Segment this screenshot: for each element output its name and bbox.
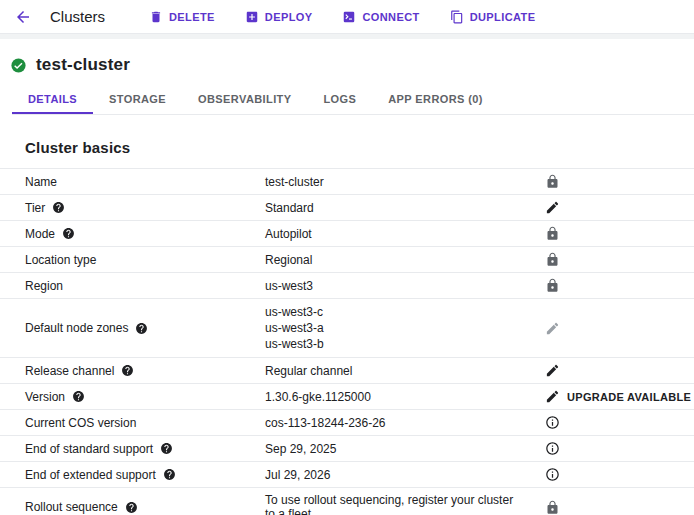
- row-label: Version: [25, 390, 65, 404]
- row-label: Mode: [25, 227, 55, 241]
- section-title: Cluster basics: [25, 139, 694, 156]
- row-value: To use rollout sequencing, register your…: [265, 493, 515, 515]
- row-value-line: us-west3-a: [265, 320, 515, 336]
- action-label: DUPLICATE: [470, 11, 536, 23]
- edit-icon[interactable]: [545, 389, 560, 404]
- table-row: Release channelRegular channel: [0, 357, 694, 383]
- cluster-title-row: test-cluster: [0, 39, 694, 85]
- row-label: End of standard support: [25, 442, 153, 456]
- help-icon[interactable]: [72, 390, 85, 403]
- row-value: test-cluster: [265, 175, 515, 189]
- info-icon: [545, 441, 560, 456]
- row-label: Tier: [25, 201, 45, 215]
- table-row: Version1.30.6-gke.1125000UPGRADE AVAILAB…: [0, 383, 694, 409]
- duplicate-icon: [450, 10, 464, 24]
- table-row: ModeAutopilot: [0, 220, 694, 246]
- table-row: TierStandard: [0, 194, 694, 220]
- status-ok-icon: [10, 57, 27, 74]
- table-row: Current COS versioncos-113-18244-236-26: [0, 409, 694, 435]
- row-label: Location type: [25, 253, 96, 267]
- cluster-name: test-cluster: [36, 55, 130, 75]
- help-icon[interactable]: [125, 501, 138, 514]
- help-icon[interactable]: [62, 227, 75, 240]
- help-icon[interactable]: [160, 442, 173, 455]
- tab-app-errors-0[interactable]: APP ERRORS (0): [372, 85, 499, 114]
- table-row: End of standard supportSep 29, 2025: [0, 435, 694, 461]
- lock-icon: [545, 252, 560, 267]
- row-value: Autopilot: [265, 227, 515, 241]
- delete-icon: [149, 10, 163, 24]
- row-value: 1.30.6-gke.1125000: [265, 390, 515, 404]
- tab-logs[interactable]: LOGS: [307, 85, 372, 114]
- row-value: Sep 29, 2025: [265, 442, 515, 456]
- info-icon: [545, 467, 560, 482]
- row-value: Regional: [265, 253, 515, 267]
- help-icon[interactable]: [135, 322, 148, 335]
- cluster-basics-table: Nametest-clusterTierStandardModeAutopilo…: [0, 168, 694, 515]
- row-label: End of extended support: [25, 468, 156, 482]
- table-row: Location typeRegional: [0, 246, 694, 272]
- tab-bar: DETAILSSTORAGEOBSERVABILITYLOGSAPP ERROR…: [12, 85, 694, 115]
- tab-observability[interactable]: OBSERVABILITY: [182, 85, 307, 114]
- row-label: Region: [25, 279, 63, 293]
- tab-storage[interactable]: STORAGE: [93, 85, 182, 114]
- row-label: Name: [25, 175, 57, 189]
- row-value: cos-113-18244-236-26: [265, 416, 515, 430]
- table-row: End of extended supportJul 29, 2026: [0, 461, 694, 487]
- lock-icon: [545, 226, 560, 241]
- table-row: Default node zonesus-west3-cus-west3-aus…: [0, 298, 694, 357]
- row-value: us-west3-cus-west3-aus-west3-b: [265, 304, 515, 352]
- tab-details[interactable]: DETAILS: [12, 85, 93, 114]
- toolbar: DELETEDEPLOYCONNECTDUPLICATE: [141, 6, 557, 28]
- action-label: DEPLOY: [265, 11, 313, 23]
- row-label: Rollout sequence: [25, 500, 118, 514]
- upgrade-available-label[interactable]: UPGRADE AVAILABLE: [567, 391, 691, 403]
- lock-icon: [545, 174, 560, 189]
- edit-icon[interactable]: [545, 200, 560, 215]
- help-icon[interactable]: [121, 364, 134, 377]
- connect-icon: [342, 10, 356, 24]
- deploy-button[interactable]: DEPLOY: [237, 6, 321, 28]
- table-row: Rollout sequenceTo use rollout sequencin…: [0, 487, 694, 515]
- row-label: Release channel: [25, 364, 114, 378]
- page-header: Clusters DELETEDEPLOYCONNECTDUPLICATE: [0, 0, 694, 33]
- row-label: Current COS version: [25, 416, 136, 430]
- info-icon: [545, 415, 560, 430]
- lock-icon: [545, 278, 560, 293]
- edit-icon[interactable]: [545, 363, 560, 378]
- delete-button[interactable]: DELETE: [141, 6, 223, 28]
- table-row: Regionus-west3: [0, 272, 694, 298]
- lock-icon: [545, 500, 560, 515]
- deploy-icon: [245, 10, 259, 24]
- row-label: Default node zones: [25, 321, 128, 335]
- duplicate-button[interactable]: DUPLICATE: [442, 6, 544, 28]
- row-value-line: us-west3-b: [265, 336, 515, 352]
- connect-button[interactable]: CONNECT: [334, 6, 427, 28]
- help-icon[interactable]: [163, 468, 176, 481]
- row-value: Regular channel: [265, 364, 515, 378]
- back-arrow-icon[interactable]: [12, 6, 34, 28]
- row-value: us-west3: [265, 279, 515, 293]
- edit-icon: [545, 321, 560, 336]
- row-value: Standard: [265, 201, 515, 215]
- action-label: DELETE: [169, 11, 215, 23]
- row-value-line: us-west3-c: [265, 304, 515, 320]
- row-value: Jul 29, 2026: [265, 468, 515, 482]
- help-icon[interactable]: [52, 201, 65, 214]
- action-label: CONNECT: [362, 11, 419, 23]
- table-row: Nametest-cluster: [0, 168, 694, 194]
- page-title: Clusters: [50, 8, 105, 25]
